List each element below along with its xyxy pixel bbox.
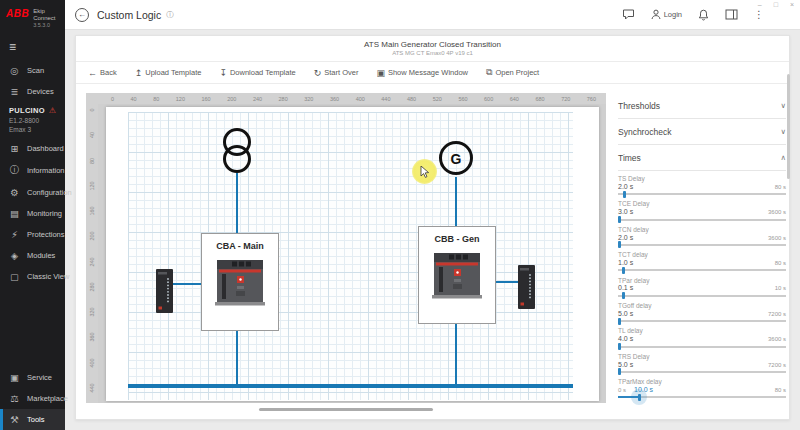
download-template-button[interactable]: ↧Download Template — [219, 68, 295, 78]
breaker-label: CBB - Gen — [419, 234, 495, 244]
slider-track[interactable] — [618, 244, 786, 246]
generator-symbol[interactable]: G — [437, 139, 475, 179]
abb-logo: ABB — [6, 8, 29, 19]
panel-scrollbar[interactable] — [787, 74, 790, 179]
upload-template-button[interactable]: ↥Upload Template — [135, 68, 202, 78]
sidebar-item-monitoring[interactable]: ▤Monitoring — [0, 203, 65, 224]
slider-track[interactable] — [618, 396, 786, 398]
sidebar-item-scan[interactable]: ◎Scan — [0, 60, 65, 81]
connector-cbb-to-bus — [455, 324, 457, 387]
slider-track[interactable] — [618, 269, 786, 271]
breaker-node-cbb-gen[interactable]: CBB - Gen — [418, 226, 496, 324]
start-over-icon: ↻ — [314, 68, 322, 78]
slider-label: TCT delay — [618, 251, 786, 259]
transformer-symbol[interactable] — [220, 127, 254, 179]
slider-thumb[interactable] — [622, 267, 625, 274]
open-project-button[interactable]: ⧉Open Project — [486, 67, 539, 78]
sidebar-item-service[interactable]: ▣Service — [0, 367, 65, 388]
notifications-bell-icon[interactable] — [698, 9, 709, 21]
device-block[interactable]: PULCINO ⚠ E1.2-8800 Emax 3 — [0, 102, 65, 138]
close-icon[interactable]: × — [790, 1, 794, 8]
ruler-tick-label: 400 — [356, 96, 365, 102]
slider-max-label: 80 s — [775, 260, 786, 267]
ruler-tick-label: 240 — [89, 257, 95, 266]
toolbar-item-label: Start Over — [324, 68, 358, 77]
chevron-down-icon: ∨ — [781, 101, 787, 110]
section-header-thresholds[interactable]: Thresholds∨ — [618, 93, 786, 119]
show-message-window-button[interactable]: ▣Show Message Window — [376, 68, 468, 78]
ruler-tick-label: 40 — [89, 132, 95, 138]
ekip-module-left[interactable] — [156, 269, 173, 313]
chevron-down-icon: ∨ — [781, 127, 787, 136]
slider-thumb[interactable] — [622, 292, 625, 299]
ruler-tick-label: 40 — [131, 96, 137, 102]
slider-track[interactable] — [618, 295, 786, 297]
slider-thumb[interactable] — [618, 368, 621, 375]
sidebar-item-tools[interactable]: ⚒Tools — [0, 409, 65, 430]
side-panel-icon[interactable] — [725, 9, 738, 20]
feedback-chat-icon[interactable] — [622, 9, 635, 20]
slider-label: TCE Delay — [618, 200, 786, 208]
sidebar-item-information[interactable]: ⓘInformation — [0, 159, 65, 182]
sidebar-item-classic-view[interactable]: ▢Classic View — [0, 266, 65, 287]
slider-max-label: 3600 s — [768, 235, 786, 242]
horizontal-scrollbar[interactable] — [259, 408, 433, 411]
slider-thumb[interactable] — [623, 191, 626, 198]
hamburger-menu-icon[interactable]: ≡ — [0, 34, 65, 60]
slider-track[interactable] — [618, 219, 786, 221]
sidebar-item-modules[interactable]: ◈Modules — [0, 245, 65, 266]
ruler-tick-label: 720 — [561, 96, 570, 102]
ruler-tick-label: 560 — [458, 96, 467, 102]
vertical-ruler: 04080120160200240280320360400440 — [86, 104, 98, 403]
slider-thumb[interactable] — [618, 241, 621, 248]
breaker-node-cba-main[interactable]: CBA - Main — [201, 233, 279, 331]
section-header-synchrocheck[interactable]: Synchrocheck∨ — [618, 119, 786, 145]
slider-track[interactable] — [618, 371, 786, 373]
canvas-page: G CBA - Main — [106, 107, 599, 401]
slider-tce-delay: TCE Delay3.0 s3600 s — [618, 200, 786, 225]
minimize-icon[interactable]: – — [758, 1, 762, 8]
download-icon: ↧ — [219, 68, 227, 78]
ruler-tick-label: 320 — [89, 308, 95, 317]
slider-label: TCN delay — [618, 226, 786, 234]
sidebar-item-devices[interactable]: ≣Devices — [0, 81, 65, 102]
back-circle-icon[interactable]: ← — [75, 8, 89, 22]
diagram-canvas: 0408012016020024028032036040044048052056… — [86, 93, 606, 415]
slider-track[interactable] — [618, 346, 786, 348]
sidebar-item-dashboard[interactable]: ⊞Dashboard — [0, 138, 65, 159]
more-options-kebab-icon[interactable]: ⋮ — [754, 9, 764, 20]
sidebar-item-label: Modules — [27, 251, 55, 260]
slider-tgoff-delay: TGoff delay5.0 s7200 s — [618, 302, 786, 327]
ekip-module-right[interactable] — [518, 265, 535, 309]
slider-thumb[interactable] — [618, 216, 621, 223]
start-over-button[interactable]: ↻Start Over — [314, 68, 359, 78]
slider-value: 0.1 s — [618, 284, 633, 292]
maximize-icon[interactable]: □ — [774, 1, 778, 8]
sidebar-item-configuration[interactable]: ⚙Configuration — [0, 182, 65, 203]
ruler-tick-label: 600 — [484, 96, 493, 102]
slider-thumb[interactable] — [618, 318, 621, 325]
back-button[interactable]: ←Back — [88, 68, 117, 78]
ruler-tick-label: 440 — [381, 96, 390, 102]
toolbar-item-label: Download Template — [230, 68, 296, 77]
ruler-tick-label: 280 — [89, 282, 95, 291]
sidebar-item-marketplace[interactable]: ⚖Marketplace — [0, 388, 65, 409]
slider-thumb[interactable] — [638, 394, 641, 401]
slider-tparmax-delay: TParMax delay0 s10.0 s80 s — [618, 378, 786, 403]
toolbar-item-label: Show Message Window — [388, 68, 468, 77]
slider-ts-delay: TS Delay2.0 s80 s — [618, 175, 786, 200]
slider-label: TRS Delay — [618, 353, 786, 361]
scan-icon: ◎ — [9, 65, 20, 76]
slider-track[interactable] — [618, 320, 786, 322]
canvas-viewport[interactable]: G CBA - Main — [98, 104, 606, 403]
login-button[interactable]: Login — [651, 9, 682, 20]
slider-max-label: 80 s — [775, 184, 786, 191]
person-icon — [651, 9, 661, 20]
slider-thumb[interactable] — [618, 343, 621, 350]
section-label: Synchrocheck — [618, 127, 671, 137]
slider-label: TGoff delay — [618, 302, 786, 310]
title-info-icon[interactable]: ⓘ — [166, 10, 174, 20]
sidebar-item-protections[interactable]: ⚡Protections — [0, 224, 65, 245]
slider-track[interactable] — [618, 193, 786, 195]
section-header-times[interactable]: Times∧ — [618, 145, 786, 171]
